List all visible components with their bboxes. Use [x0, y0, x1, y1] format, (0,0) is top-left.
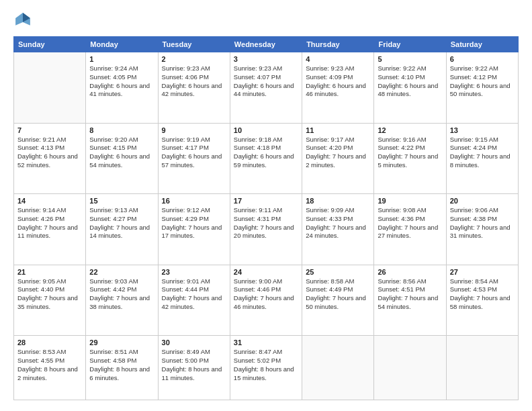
calendar-header-row: SundayMondayTuesdayWednesdayThursdayFrid… [14, 37, 519, 52]
cell-date: 13 [450, 126, 515, 134]
cell-date: 24 [234, 268, 298, 276]
calendar-cell: 27 Sunrise: 8:54 AMSunset: 4:53 PMDaylig… [446, 265, 518, 336]
cell-date: 11 [306, 126, 370, 134]
cell-date: 23 [162, 268, 226, 276]
cell-date: 28 [17, 338, 82, 347]
cell-info: Sunrise: 9:08 AMSunset: 4:36 PMDaylight:… [378, 206, 442, 240]
day-header-friday: Friday [374, 37, 446, 52]
calendar-cell: 24 Sunrise: 9:00 AMSunset: 4:46 PMDaylig… [230, 265, 302, 336]
calendar-cell: 25 Sunrise: 8:58 AMSunset: 4:49 PMDaylig… [302, 265, 374, 336]
calendar-cell: 17 Sunrise: 9:11 AMSunset: 4:31 PMDaylig… [230, 194, 302, 265]
calendar-cell: 2 Sunrise: 9:23 AMSunset: 4:06 PMDayligh… [158, 52, 230, 124]
day-header-thursday: Thursday [302, 37, 374, 52]
calendar-cell: 7 Sunrise: 9:21 AMSunset: 4:13 PMDayligh… [14, 123, 86, 194]
day-header-tuesday: Tuesday [158, 37, 230, 52]
cell-info: Sunrise: 9:15 AMSunset: 4:24 PMDaylight:… [450, 136, 515, 170]
cell-date: 1 [89, 55, 154, 63]
cell-info: Sunrise: 9:05 AMSunset: 4:40 PMDaylight:… [17, 277, 82, 312]
calendar-cell: 8 Sunrise: 9:20 AMSunset: 4:15 PMDayligh… [86, 123, 158, 194]
cell-info: Sunrise: 8:51 AMSunset: 4:58 PMDaylight:… [89, 348, 154, 382]
cell-date: 21 [17, 268, 82, 276]
cell-date: 18 [306, 197, 370, 205]
calendar-week-1: 1 Sunrise: 9:24 AMSunset: 4:05 PMDayligh… [14, 52, 519, 124]
cell-info: Sunrise: 8:49 AMSunset: 5:00 PMDaylight:… [162, 348, 226, 382]
calendar-cell: 10 Sunrise: 9:18 AMSunset: 4:18 PMDaylig… [230, 123, 302, 194]
calendar-cell: 19 Sunrise: 9:08 AMSunset: 4:36 PMDaylig… [374, 194, 446, 265]
day-header-saturday: Saturday [446, 37, 518, 52]
calendar-cell: 22 Sunrise: 9:03 AMSunset: 4:42 PMDaylig… [86, 265, 158, 336]
cell-date: 29 [89, 338, 154, 347]
calendar-cell: 20 Sunrise: 9:06 AMSunset: 4:38 PMDaylig… [446, 194, 518, 265]
cell-info: Sunrise: 9:12 AMSunset: 4:29 PMDaylight:… [162, 206, 226, 240]
cell-info: Sunrise: 9:11 AMSunset: 4:31 PMDaylight:… [234, 206, 298, 240]
day-header-sunday: Sunday [14, 37, 86, 52]
cell-info: Sunrise: 9:23 AMSunset: 4:07 PMDaylight:… [234, 64, 298, 99]
logo-icon [13, 11, 32, 30]
cell-date: 14 [17, 197, 82, 205]
calendar-week-5: 28 Sunrise: 8:53 AMSunset: 4:55 PMDaylig… [14, 336, 519, 400]
cell-info: Sunrise: 9:09 AMSunset: 4:33 PMDaylight:… [306, 206, 370, 240]
calendar-week-4: 21 Sunrise: 9:05 AMSunset: 4:40 PMDaylig… [14, 265, 519, 336]
calendar-cell: 1 Sunrise: 9:24 AMSunset: 4:05 PMDayligh… [86, 52, 158, 124]
cell-date: 6 [450, 55, 515, 63]
cell-date: 3 [234, 55, 298, 63]
calendar-cell: 3 Sunrise: 9:23 AMSunset: 4:07 PMDayligh… [230, 52, 302, 124]
cell-info: Sunrise: 9:23 AMSunset: 4:09 PMDaylight:… [306, 64, 370, 99]
calendar-cell: 4 Sunrise: 9:23 AMSunset: 4:09 PMDayligh… [302, 52, 374, 124]
calendar-week-3: 14 Sunrise: 9:14 AMSunset: 4:26 PMDaylig… [14, 194, 519, 265]
cell-info: Sunrise: 9:20 AMSunset: 4:15 PMDaylight:… [89, 136, 154, 170]
cell-info: Sunrise: 8:58 AMSunset: 4:49 PMDaylight:… [306, 277, 370, 312]
cell-date: 2 [162, 55, 226, 63]
calendar-cell: 16 Sunrise: 9:12 AMSunset: 4:29 PMDaylig… [158, 194, 230, 265]
calendar-cell: 30 Sunrise: 8:49 AMSunset: 5:00 PMDaylig… [158, 336, 230, 400]
cell-date: 17 [234, 197, 298, 205]
calendar-cell: 26 Sunrise: 8:56 AMSunset: 4:51 PMDaylig… [374, 265, 446, 336]
cell-date: 5 [378, 55, 442, 63]
cell-info: Sunrise: 9:18 AMSunset: 4:18 PMDaylight:… [234, 136, 298, 170]
calendar-cell: 29 Sunrise: 8:51 AMSunset: 4:58 PMDaylig… [86, 336, 158, 400]
cell-info: Sunrise: 9:13 AMSunset: 4:27 PMDaylight:… [89, 206, 154, 240]
page-header [13, 11, 519, 30]
calendar-cell [302, 336, 374, 400]
calendar-cell: 14 Sunrise: 9:14 AMSunset: 4:26 PMDaylig… [14, 194, 86, 265]
calendar-cell: 12 Sunrise: 9:16 AMSunset: 4:22 PMDaylig… [374, 123, 446, 194]
calendar-cell: 31 Sunrise: 8:47 AMSunset: 5:02 PMDaylig… [230, 336, 302, 400]
cell-date: 16 [162, 197, 226, 205]
calendar-cell [374, 336, 446, 400]
cell-info: Sunrise: 8:56 AMSunset: 4:51 PMDaylight:… [378, 277, 442, 312]
cell-info: Sunrise: 9:24 AMSunset: 4:05 PMDaylight:… [89, 64, 154, 99]
cell-date: 27 [450, 268, 515, 276]
cell-date: 15 [89, 197, 154, 205]
cell-date: 31 [234, 338, 298, 347]
calendar-cell: 18 Sunrise: 9:09 AMSunset: 4:33 PMDaylig… [302, 194, 374, 265]
cell-date: 25 [306, 268, 370, 276]
calendar-cell: 15 Sunrise: 9:13 AMSunset: 4:27 PMDaylig… [86, 194, 158, 265]
cell-info: Sunrise: 9:21 AMSunset: 4:13 PMDaylight:… [17, 136, 82, 170]
cell-info: Sunrise: 9:22 AMSunset: 4:12 PMDaylight:… [450, 64, 515, 99]
calendar-cell [14, 52, 86, 124]
cell-date: 9 [162, 126, 226, 134]
cell-info: Sunrise: 9:16 AMSunset: 4:22 PMDaylight:… [378, 136, 442, 170]
calendar-cell: 9 Sunrise: 9:19 AMSunset: 4:17 PMDayligh… [158, 123, 230, 194]
cell-info: Sunrise: 9:00 AMSunset: 4:46 PMDaylight:… [234, 277, 298, 312]
cell-info: Sunrise: 8:54 AMSunset: 4:53 PMDaylight:… [450, 277, 515, 312]
calendar-cell: 11 Sunrise: 9:17 AMSunset: 4:20 PMDaylig… [302, 123, 374, 194]
cell-date: 7 [17, 126, 82, 134]
calendar-cell: 28 Sunrise: 8:53 AMSunset: 4:55 PMDaylig… [14, 336, 86, 400]
calendar-week-2: 7 Sunrise: 9:21 AMSunset: 4:13 PMDayligh… [14, 123, 519, 194]
cell-date: 20 [450, 197, 515, 205]
cell-date: 12 [378, 126, 442, 134]
cell-date: 8 [89, 126, 154, 134]
cell-date: 4 [306, 55, 370, 63]
cell-info: Sunrise: 8:47 AMSunset: 5:02 PMDaylight:… [234, 348, 298, 382]
cell-info: Sunrise: 9:01 AMSunset: 4:44 PMDaylight:… [162, 277, 226, 312]
cell-date: 26 [378, 268, 442, 276]
cell-info: Sunrise: 8:53 AMSunset: 4:55 PMDaylight:… [17, 348, 82, 382]
cell-date: 22 [89, 268, 154, 276]
cell-date: 30 [162, 338, 226, 347]
cell-info: Sunrise: 9:17 AMSunset: 4:20 PMDaylight:… [306, 136, 370, 170]
day-header-wednesday: Wednesday [230, 37, 302, 52]
cell-date: 19 [378, 197, 442, 205]
calendar-table: SundayMondayTuesdayWednesdayThursdayFrid… [13, 36, 519, 400]
day-header-monday: Monday [86, 37, 158, 52]
